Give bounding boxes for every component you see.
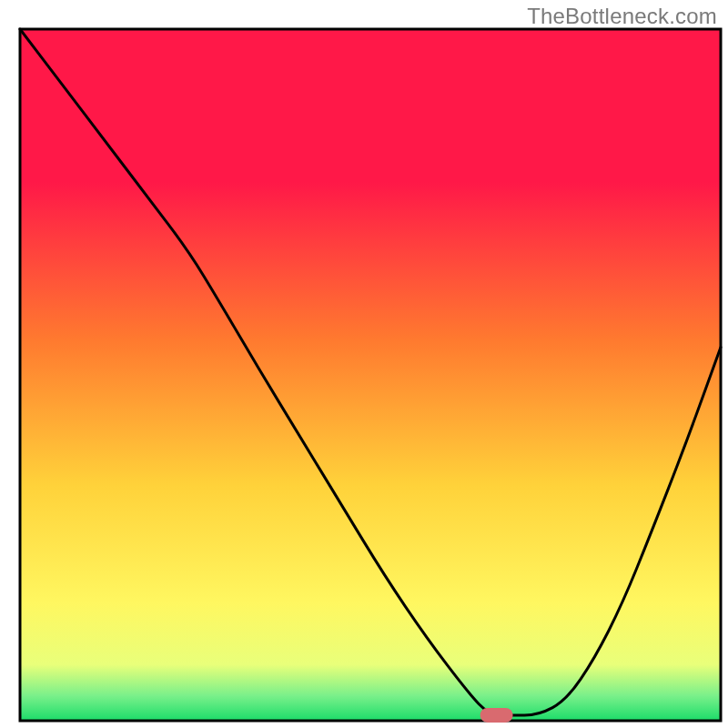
bottleneck-chart xyxy=(0,0,728,728)
chart-container: TheBottleneck.com xyxy=(0,0,728,728)
optimal-marker xyxy=(480,708,513,723)
watermark-text: TheBottleneck.com xyxy=(527,4,717,29)
